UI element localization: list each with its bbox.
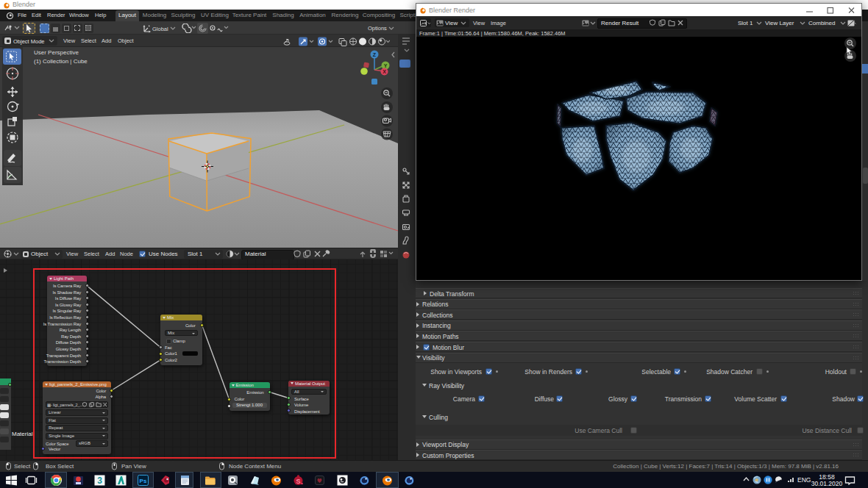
svg-text:Y: Y [384, 63, 388, 68]
svg-text:Z: Z [373, 52, 377, 57]
svg-text:Ps: Ps [140, 478, 147, 484]
svg-text:3: 3 [97, 476, 102, 486]
svg-text:S: S [296, 478, 300, 485]
svg-text:X: X [383, 69, 386, 74]
